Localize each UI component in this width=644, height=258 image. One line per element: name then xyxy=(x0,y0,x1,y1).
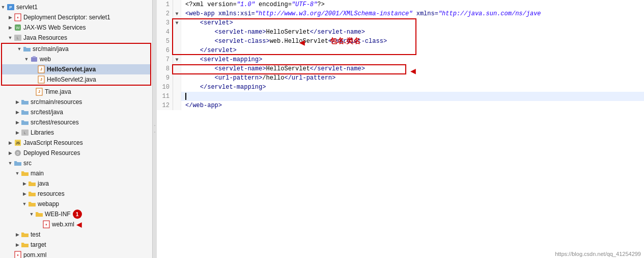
fold-arrow-8[interactable] xyxy=(173,64,181,73)
tree-item-HelloServlet2-java[interactable]: JHelloServlet2.java xyxy=(2,74,150,85)
svg-text:J: J xyxy=(38,90,40,93)
svg-rect-8 xyxy=(31,57,37,62)
tree-item-target[interactable]: target xyxy=(0,240,152,250)
tree-item-WEB-INF[interactable]: WEB-INF1 xyxy=(0,209,152,219)
tree-item-src-test-java[interactable]: src/test/java xyxy=(0,107,152,117)
tree-label-js-resources: JavaScript Resources xyxy=(23,138,83,147)
tree-arrow-src-main-res[interactable] xyxy=(14,99,20,105)
tree-item-src-main-res[interactable]: src/main/resources xyxy=(0,97,152,107)
tree-arrow-servlet1[interactable] xyxy=(0,4,6,10)
code-line-1: 1<?xml version="1.0" encoding="UTF-8"?> xyxy=(157,0,644,9)
tree-arrow-webapp[interactable] xyxy=(21,201,27,207)
tree-arrow-web-xml[interactable] xyxy=(36,221,42,227)
line-content-1: <?xml version="1.0" encoding="UTF-8"?> xyxy=(181,0,644,9)
project-tree[interactable]: Pservlet1xDeployment Descriptor: servlet… xyxy=(0,0,153,258)
tree-arrow-WEB-INF[interactable] xyxy=(29,211,35,217)
fold-arrow-7[interactable]: ▼ xyxy=(173,55,181,64)
tree-label-resources: resources xyxy=(38,189,65,198)
tree-label-webapp: webapp xyxy=(38,199,59,209)
tree-arrow-java[interactable] xyxy=(21,180,27,187)
tree-arrow-pom-xml[interactable] xyxy=(7,252,13,258)
fold-arrow-12[interactable] xyxy=(173,101,181,110)
src-main-java-box: src/main/javawebJHelloServlet.javaJHello… xyxy=(1,43,151,86)
svg-rect-9 xyxy=(33,56,36,58)
tree-item-src-main-java[interactable]: src/main/java xyxy=(2,44,150,54)
tree-item-js-resources[interactable]: JSJavaScript Resources xyxy=(0,138,152,148)
tree-arrow-deployed-resources[interactable] xyxy=(7,150,13,156)
fold-arrow-3[interactable]: ▼ xyxy=(173,18,181,28)
tree-item-HelloServlet-java[interactable]: JHelloServlet.java xyxy=(2,64,150,74)
tree-arrow-HelloServlet-java[interactable] xyxy=(31,66,37,72)
tree-arrow-web-pkg[interactable] xyxy=(23,56,30,62)
folder-src-icon xyxy=(14,159,22,167)
tree-label-deployed-resources: Deployed Resources xyxy=(23,148,80,158)
fold-arrow-5[interactable] xyxy=(173,37,181,46)
tree-item-web-pkg[interactable]: web xyxy=(2,54,150,64)
code-line-2: 2▼<web-app xmlns:xsi="http://www.w3.org/… xyxy=(157,9,644,18)
tree-arrow-libraries[interactable] xyxy=(14,130,20,136)
fold-arrow-4[interactable] xyxy=(173,28,181,37)
tree-arrow-src-test-res[interactable] xyxy=(14,119,20,125)
fold-arrow-11[interactable] xyxy=(173,92,181,101)
tree-arrow-jax-ws[interactable] xyxy=(7,24,13,31)
tree-arrow-resources[interactable] xyxy=(21,191,27,197)
fold-arrow-2[interactable]: ▼ xyxy=(173,9,181,18)
line-number-2: 2 xyxy=(157,9,173,18)
line-content-10: </servlet-mapping> xyxy=(181,83,644,92)
tree-item-servlet1[interactable]: Pservlet1 xyxy=(0,2,152,12)
fold-arrow-10[interactable] xyxy=(173,83,181,92)
tree-arrow-src-main-java[interactable] xyxy=(16,46,22,52)
tree-arrow-src[interactable] xyxy=(7,160,13,166)
tree-item-java[interactable]: java xyxy=(0,178,152,189)
fold-arrow-1[interactable] xyxy=(173,0,181,9)
line-number-3: 3 xyxy=(157,18,173,28)
badge-WEB-INF: 1 xyxy=(73,210,82,219)
tree-item-jax-ws[interactable]: WJAX-WS Web Services xyxy=(0,22,152,33)
code-line-10: 10 </servlet-mapping> xyxy=(157,83,644,92)
tree-item-src[interactable]: src xyxy=(0,158,152,168)
tree-arrow-main[interactable] xyxy=(14,170,20,176)
tree-item-resources[interactable]: resources xyxy=(0,189,152,199)
resource-icon: W xyxy=(14,23,22,32)
fold-arrow-9[interactable] xyxy=(173,73,181,83)
tree-item-src-test-res[interactable]: src/test/resources xyxy=(0,117,152,127)
tree-item-java-resources[interactable]: LJava Resources xyxy=(0,33,152,43)
tree-arrow-js-resources[interactable] xyxy=(7,140,13,146)
panel-divider[interactable] xyxy=(153,0,157,258)
tree-arrow-test[interactable] xyxy=(14,231,20,238)
folder-icon xyxy=(28,190,36,198)
tree-item-deployed-resources[interactable]: DDeployed Resources xyxy=(0,148,152,158)
tree-item-test[interactable]: test xyxy=(0,229,152,240)
line-number-5: 5 xyxy=(157,37,173,46)
java-file-icon: J xyxy=(35,88,43,96)
tree-label-HelloServlet-java: HelloServlet.java xyxy=(47,65,96,74)
fold-arrow-6[interactable] xyxy=(173,46,181,55)
tree-label-Time-java: Time.java xyxy=(45,87,71,96)
tree-label-HelloServlet2-java: HelloServlet2.java xyxy=(47,75,96,84)
folder-icon xyxy=(28,200,36,208)
line-number-7: 7 xyxy=(157,55,173,64)
tree-arrow-Time-java[interactable] xyxy=(29,89,35,95)
tree-item-main[interactable]: main xyxy=(0,168,152,178)
tree-arrow-java-resources[interactable] xyxy=(7,35,13,41)
line-number-12: 12 xyxy=(157,101,173,110)
tree-arrow-HelloServlet2-java[interactable] xyxy=(31,76,37,83)
line-content-11 xyxy=(181,92,644,101)
tree-item-libraries[interactable]: LLibraries xyxy=(0,127,152,138)
tree-item-webapp[interactable]: webapp xyxy=(0,199,152,209)
code-line-5: 5 <servlet-class>web.HelloServlet</servl… xyxy=(157,37,644,46)
tree-label-servlet1: servlet1 xyxy=(16,3,38,12)
tree-item-Time-java[interactable]: JTime.java xyxy=(0,87,152,97)
tree-item-pom-xml[interactable]: xpom.xml xyxy=(0,250,152,258)
tree-item-web-xml[interactable]: xweb.xml◀ xyxy=(0,219,152,229)
tree-arrow-deployment-desc[interactable] xyxy=(7,14,13,20)
line-content-6: </servlet> xyxy=(181,46,644,55)
folder-icon xyxy=(21,230,29,239)
line-number-9: 9 xyxy=(157,73,173,83)
xml-file-icon: x xyxy=(14,13,22,21)
status-bar: https://blog.csdn.net/qq_41254299 xyxy=(552,250,644,258)
tree-arrow-src-test-java[interactable] xyxy=(14,109,20,115)
tree-arrow-target[interactable] xyxy=(14,242,20,248)
folder-icon xyxy=(28,179,36,188)
tree-item-deployment-desc[interactable]: xDeployment Descriptor: servlet1 xyxy=(0,12,152,22)
